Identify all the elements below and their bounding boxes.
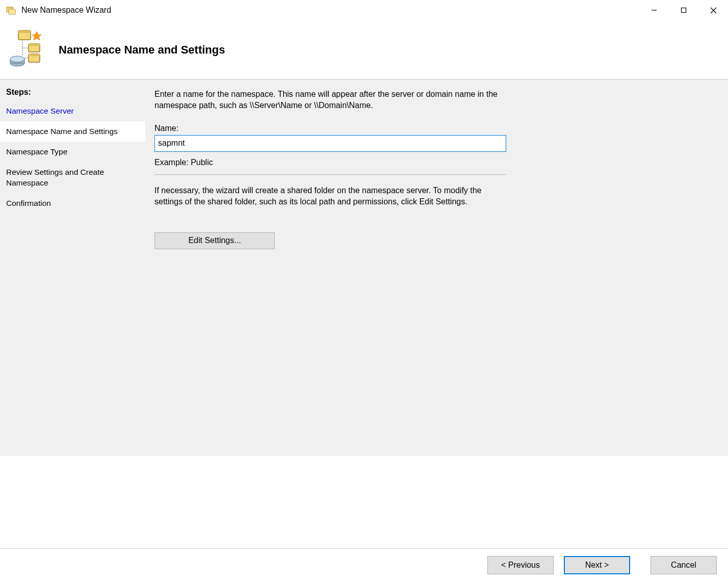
svg-rect-4 (682, 8, 686, 13)
svg-point-18 (10, 56, 24, 62)
cancel-button[interactable]: Cancel (651, 556, 717, 574)
step-namespace-type[interactable]: Namespace Type (0, 142, 145, 162)
steps-panel: Steps: Namespace Server Namespace Name a… (0, 80, 145, 456)
steps-header: Steps: (0, 86, 145, 101)
divider (154, 174, 506, 175)
wizard-header: Namespace Name and Settings (0, 20, 728, 79)
main-panel: Enter a name for the namespace. This nam… (145, 80, 728, 456)
svg-rect-15 (29, 54, 40, 56)
helper-text: If necessary, the wizard will create a s… (154, 185, 511, 208)
namespace-wizard-icon (5, 5, 16, 16)
step-namespace-server[interactable]: Namespace Server (0, 101, 145, 121)
maximize-button[interactable] (669, 0, 698, 20)
step-confirmation[interactable]: Confirmation (0, 193, 145, 214)
instruction-text: Enter a name for the namespace. This nam… (154, 89, 511, 124)
step-namespace-name-settings[interactable]: Namespace Name and Settings (0, 121, 145, 142)
minimize-button[interactable] (639, 0, 669, 20)
wizard-footer: < Previous Next > Cancel (0, 548, 728, 581)
edit-settings-button[interactable]: Edit Settings... (154, 232, 275, 249)
previous-button[interactable]: < Previous (487, 556, 554, 574)
titlebar: New Namespace Wizard (0, 0, 728, 20)
page-title: Namespace Name and Settings (59, 43, 225, 57)
next-button[interactable]: Next > (564, 556, 630, 574)
wizard-body: Steps: Namespace Server Namespace Name a… (0, 79, 728, 456)
svg-rect-8 (18, 31, 31, 33)
window-controls (639, 0, 728, 20)
example-text: Example: Public (154, 158, 714, 174)
name-label: Name: (154, 124, 714, 133)
close-button[interactable] (698, 0, 728, 20)
svg-rect-1 (7, 7, 13, 9)
step-review-create[interactable]: Review Settings and Create Namespace (0, 162, 145, 193)
window-title: New Namespace Wizard (21, 6, 639, 15)
wizard-folder-tree-icon (7, 30, 45, 70)
svg-rect-12 (29, 44, 40, 46)
name-input[interactable] (154, 135, 506, 152)
svg-rect-2 (9, 9, 15, 14)
